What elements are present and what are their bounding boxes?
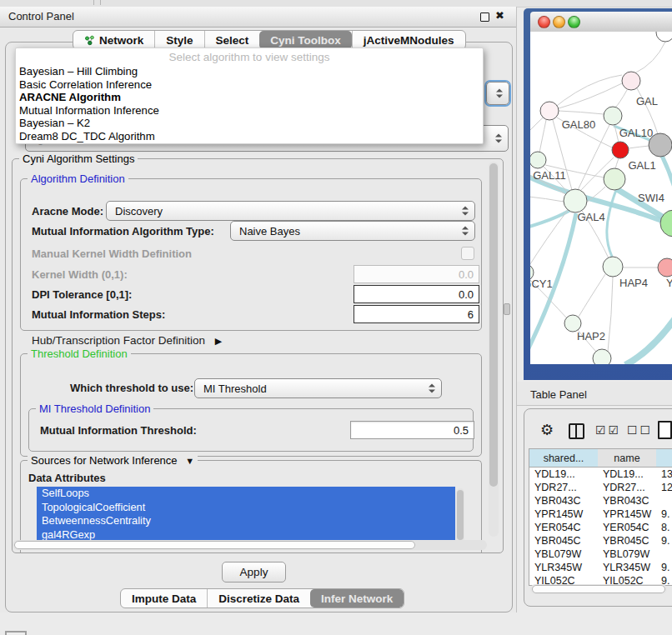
which-threshold-combobox[interactable]: MI Threshold (194, 378, 442, 398)
algorithm-option-dream8-dc-tdc-algorithm[interactable]: Dream8 DC_TDC Algorithm (16, 130, 483, 143)
tab-select[interactable]: Select (204, 31, 260, 49)
table-cell: YPR145W (534, 508, 598, 521)
zoom-window-icon[interactable] (568, 16, 580, 28)
which-threshold-label: Which threshold to use: (70, 382, 193, 394)
tab-network[interactable]: Network (73, 31, 154, 49)
splitter-handle[interactable] (504, 303, 510, 315)
algorithm-option-bayesian-hill-climbing[interactable]: Bayesian – Hill Climbing (16, 65, 483, 78)
table-cell: YPR145W (603, 508, 656, 521)
network-node[interactable] (656, 32, 672, 42)
columns-icon[interactable] (569, 423, 584, 439)
dpi-tolerance-field[interactable]: 0.0 (354, 285, 479, 303)
network-edge[interactable] (559, 111, 604, 114)
tab-jactivemnodules[interactable]: jActiveMNodules (352, 31, 465, 49)
network-edge[interactable] (607, 190, 616, 257)
tab-discretize-data[interactable]: Discretize Data (207, 589, 310, 608)
float-window-icon[interactable] (480, 12, 489, 22)
attributes-scrollbar-thumb[interactable] (457, 490, 464, 540)
network-node-label-hap4: HAP4 (619, 277, 648, 289)
table-row[interactable]: YBR043CYBR043C (529, 494, 672, 508)
network-edge[interactable] (579, 274, 605, 317)
data-attribute-betweennesscentrality[interactable]: BetweennessCentrality (37, 514, 455, 528)
algorithm-combobox-button[interactable] (486, 82, 509, 105)
network-node[interactable] (604, 168, 625, 190)
network-node[interactable] (658, 258, 672, 277)
deselect-all-checkboxes-icon[interactable]: ☐☐ (627, 423, 653, 437)
network-edge[interactable] (634, 42, 665, 73)
tab-style[interactable]: Style (154, 31, 203, 49)
settings-hscrollbar-thumb[interactable] (14, 541, 415, 549)
table-panel-title: Table Panel (530, 388, 587, 401)
algorithm-option-basic-correlation-inference[interactable]: Basic Correlation Inference (16, 78, 483, 92)
table-row[interactable]: YBR045CYBR045C9. (529, 534, 672, 548)
column-header-extra[interactable] (656, 449, 672, 468)
control-panel-title: Control Panel (8, 10, 74, 22)
network-window-titlebar[interactable] (530, 12, 672, 32)
network-edge[interactable] (559, 83, 622, 108)
tab-cyni-toolbox[interactable]: Cyni Toolbox (259, 31, 352, 49)
table-cell: 9. (661, 508, 672, 521)
collapse-arrow-icon[interactable]: ▼ (185, 456, 194, 466)
table-cell (661, 494, 672, 508)
network-node[interactable] (622, 72, 640, 90)
network-node[interactable] (540, 102, 559, 120)
algorithm-option-mutual-information-inference[interactable]: Mutual Information Inference (16, 104, 483, 118)
network-edge[interactable] (615, 158, 619, 169)
tab-label: Discretize Data (218, 592, 299, 605)
gear-icon[interactable]: ⚙ (540, 421, 554, 439)
column-header-shared[interactable]: shared... (529, 449, 599, 468)
network-edge[interactable] (530, 197, 564, 202)
expand-arrow-icon[interactable]: ▶ (215, 336, 222, 346)
data-attribute-topologicalcoefficient[interactable]: TopologicalCoefficient (37, 501, 455, 515)
data-attribute-selfloops[interactable]: SelfLoops (37, 487, 455, 501)
tab-impute-data[interactable]: Impute Data (121, 589, 207, 608)
network-node[interactable] (603, 257, 623, 277)
network-canvas[interactable]: GALGAL80GAL10GAL1GAL11SWI4GAL4GCY1HAP4YH… (530, 32, 672, 364)
network-edge[interactable] (625, 313, 672, 364)
column-header-name[interactable]: name (598, 449, 657, 468)
table-row[interactable]: YDR27...YDR27...12 (529, 481, 672, 494)
table-row[interactable]: YLR345WYLR345W9. (529, 561, 672, 574)
close-window-icon[interactable] (538, 16, 550, 28)
settings-vertical-scrollbar[interactable] (489, 162, 499, 537)
network-edge[interactable] (539, 120, 546, 152)
settings-horizontal-scrollbar[interactable] (13, 540, 487, 550)
mi-threshold-field[interactable]: 0.5 (350, 421, 474, 439)
network-edge[interactable] (615, 90, 627, 108)
select-all-checkboxes-icon[interactable]: ☑☑ (595, 423, 621, 437)
network-node[interactable] (604, 107, 622, 125)
network-edge[interactable] (662, 156, 672, 193)
combo-spinner-icon (462, 227, 469, 236)
minimize-window-icon[interactable] (553, 16, 565, 28)
mi-steps-field[interactable]: 6 (354, 305, 479, 323)
table-horizontal-scrollbar[interactable] (530, 584, 667, 594)
network-node[interactable] (593, 349, 611, 364)
network-node[interactable] (564, 189, 587, 212)
table-row[interactable]: YPR145WYPR145W9. (529, 508, 672, 521)
data-attributes-list[interactable]: SelfLoopsTopologicalCoefficientBetweenne… (37, 487, 455, 548)
aracne-mode-combobox[interactable]: Discovery (106, 201, 475, 221)
network-node[interactable] (564, 315, 581, 332)
minimized-panel-icon[interactable] (5, 631, 27, 635)
document-icon[interactable] (658, 421, 672, 439)
table-row[interactable]: YDL19...YDL19...13 (529, 468, 672, 481)
network-edge[interactable] (530, 210, 570, 228)
settings-scrollbar-thumb[interactable] (489, 163, 498, 487)
tab-infer-network[interactable]: Infer Network (310, 589, 404, 608)
table-hscrollbar-thumb[interactable] (532, 585, 665, 593)
table-row[interactable]: YER054CYER054C8. (529, 521, 672, 534)
table-row[interactable]: YBL079WYBL079W (529, 548, 672, 561)
network-node[interactable] (612, 142, 629, 158)
network-edge[interactable] (629, 146, 649, 148)
attributes-scrollbar[interactable] (456, 488, 464, 545)
mi-type-combobox[interactable]: Naive Bayes (230, 221, 475, 241)
apply-button[interactable]: Apply (222, 562, 286, 582)
manual-kernel-checkbox[interactable] (461, 247, 474, 260)
mi-type-value: Naive Bayes (231, 225, 300, 238)
hub-definition-expander[interactable]: Hub/Transcription Factor Definition ▶ (32, 334, 222, 347)
network-edge[interactable] (608, 277, 613, 352)
close-panel-icon[interactable]: ✖ (495, 9, 504, 22)
algorithm-option-aracne-algorithm[interactable]: ARACNE Algorithm (16, 91, 483, 104)
algorithm-option-bayesian-k2[interactable]: Bayesian – K2 (16, 117, 483, 130)
network-node[interactable] (530, 152, 546, 168)
